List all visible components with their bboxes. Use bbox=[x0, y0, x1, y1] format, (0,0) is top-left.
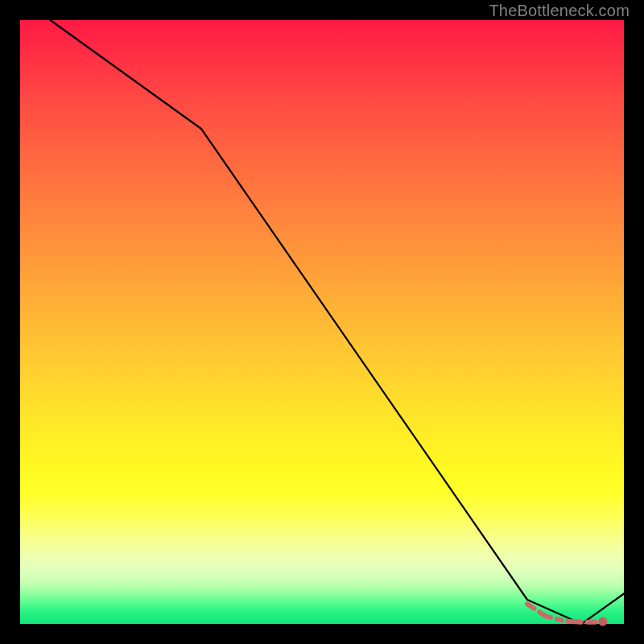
plot-area bbox=[20, 20, 624, 624]
chart-canvas: TheBottleneck.com bbox=[0, 0, 644, 644]
attribution-watermark: TheBottleneck.com bbox=[489, 2, 630, 20]
